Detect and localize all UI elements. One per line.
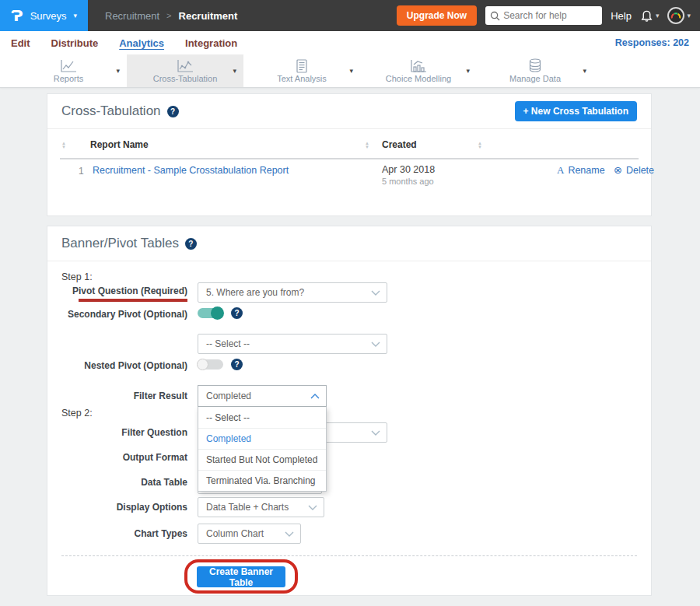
chevron-down-icon	[371, 342, 380, 347]
toolbar-item-reports[interactable]: Reports ▾	[10, 54, 127, 87]
database-icon	[528, 58, 542, 73]
upgrade-now-button[interactable]: Upgrade Now	[397, 5, 477, 26]
questionpro-logo-icon: Ɂ	[11, 8, 23, 23]
help-icon[interactable]: ?	[231, 359, 243, 370]
scatter-chart-icon	[176, 59, 194, 73]
caret-down-icon[interactable]: ▾	[349, 67, 353, 75]
responses-count[interactable]: Responses: 202	[615, 37, 689, 48]
toolbar-item-label: Choice Modelling	[386, 74, 451, 83]
delete-label: Delete	[626, 165, 654, 176]
topbar-right: Upgrade Now Help ▾ ▾	[397, 5, 700, 26]
new-cross-tabulation-button[interactable]: + New Cross Tabulation	[515, 101, 637, 121]
caret-down-icon: ▾	[74, 12, 78, 19]
annotation-underline	[79, 299, 187, 302]
caret-down-icon[interactable]: ▾	[583, 67, 586, 75]
row-index: 1	[79, 166, 84, 177]
option-completed[interactable]: Completed	[198, 428, 326, 449]
breadcrumb-parent[interactable]: Recruitment	[105, 10, 159, 22]
notifications-button[interactable]: ▾	[640, 9, 660, 23]
chevron-down-icon	[285, 531, 294, 537]
delete-button[interactable]: ⊗ Delete	[614, 164, 654, 176]
bell-icon	[640, 9, 653, 23]
option-select[interactable]: -- Select --	[198, 407, 326, 428]
secondary-pivot-select[interactable]: -- Select --	[198, 334, 387, 354]
chart-types-value: Column Chart	[206, 528, 264, 539]
pivot-question-value: 5. Where are you from?	[206, 287, 304, 298]
survey-nav: Edit Distribute Analytics Integration Re…	[0, 31, 700, 54]
rename-label: Rename	[568, 165, 604, 176]
dashed-divider	[61, 555, 637, 556]
toolbar-item-text-analysis[interactable]: Text Analysis ▾	[243, 54, 360, 87]
filter-question-label: Filter Question	[47, 427, 187, 438]
display-options-label: Display Options	[47, 502, 187, 513]
tab-analytics[interactable]: Analytics	[119, 37, 164, 49]
sort-icon[interactable]: ▲▼	[478, 142, 482, 149]
banner-pivot-header: Banner/Pivot Tables ?	[47, 226, 651, 261]
secondary-pivot-label: Secondary Pivot (Optional)	[47, 309, 187, 320]
line-chart-icon	[59, 59, 78, 73]
help-icon[interactable]: ?	[185, 238, 197, 250]
pivot-question-select[interactable]: 5. Where are you from?	[198, 282, 387, 303]
chart-types-label: Chart Types	[47, 528, 187, 539]
filter-result-select[interactable]: Completed	[198, 385, 327, 407]
caret-down-icon[interactable]: ▾	[116, 67, 120, 75]
help-icon[interactable]: ?	[231, 307, 243, 319]
table-header-divider	[60, 158, 639, 159]
tab-distribute[interactable]: Distribute	[51, 37, 99, 49]
toolbar-item-label: Reports	[54, 74, 84, 83]
caret-down-icon[interactable]: ▾	[233, 67, 236, 75]
toggle-knob	[211, 307, 224, 320]
caret-down-icon: ▾	[687, 12, 691, 19]
topbar: Ɂ Surveys ▾ Recruitment > Recruitment Up…	[0, 0, 700, 31]
filter-result-value: Completed	[206, 391, 251, 401]
breadcrumb: Recruitment > Recruitment	[105, 10, 237, 22]
step2-label: Step 2:	[61, 408, 93, 419]
secondary-pivot-value: -- Select --	[206, 338, 250, 349]
banner-pivot-title: Banner/Pivot Tables	[61, 236, 179, 251]
toolbar-item-choice-modelling[interactable]: Choice Modelling ▾	[360, 54, 477, 87]
nested-pivot-toggle[interactable]	[198, 359, 223, 370]
caret-down-icon[interactable]: ▾	[466, 67, 470, 75]
pivot-question-label: Pivot Question (Required)	[47, 285, 187, 296]
toolbar-item-label: Cross-Tabulation	[153, 74, 218, 83]
help-search-input[interactable]	[503, 10, 597, 21]
secondary-pivot-toggle[interactable]	[198, 308, 223, 318]
document-icon	[295, 59, 309, 73]
rename-button[interactable]: A Rename	[557, 164, 605, 177]
report-link[interactable]: Recruitment - Sample Crosstabulation Rep…	[93, 165, 289, 176]
analytics-toolbar: Reports ▾ Cross-Tabulation ▾ Text Analys…	[0, 54, 700, 88]
help-icon[interactable]: ?	[167, 106, 179, 117]
tab-integration[interactable]: Integration	[185, 37, 237, 49]
sort-icon[interactable]: ▲▼	[365, 142, 369, 149]
bar-line-chart-icon	[409, 59, 428, 73]
cross-tabulation-header: Cross-Tabulation ? + New Cross Tabulatio…	[47, 94, 651, 129]
surveys-menu[interactable]: Ɂ Surveys ▾	[0, 0, 88, 31]
toolbar-item-cross-tabulation[interactable]: Cross-Tabulation ▾	[127, 54, 243, 87]
column-header-created[interactable]: Created	[382, 139, 417, 150]
output-format-label: Output Format	[47, 452, 187, 463]
display-options-select[interactable]: Data Table + Charts	[198, 497, 324, 517]
tab-edit[interactable]: Edit	[11, 37, 30, 49]
column-header-report-name[interactable]: Report Name	[90, 139, 149, 150]
avatar	[667, 7, 684, 24]
banner-pivot-card: Banner/Pivot Tables ? Step 1: Pivot Ques…	[47, 226, 652, 596]
created-ago: 5 months ago	[382, 177, 434, 186]
filter-result-combo: Completed -- Select -- Completed Started…	[198, 385, 327, 492]
caret-down-icon: ▾	[656, 12, 660, 19]
option-started-not-completed[interactable]: Started But Not Completed	[198, 449, 326, 470]
create-banner-table-button[interactable]: Create Banner Table	[197, 566, 285, 587]
surveys-menu-label: Surveys	[30, 10, 67, 22]
help-link[interactable]: Help	[611, 10, 632, 22]
sort-icon[interactable]: ▲▼	[61, 142, 66, 149]
account-menu[interactable]: ▾	[667, 7, 691, 24]
chevron-down-icon	[371, 290, 380, 296]
chevron-down-icon	[308, 505, 317, 510]
chart-types-select[interactable]: Column Chart	[198, 524, 301, 544]
step1-label: Step 1:	[61, 271, 93, 282]
toggle-knob	[197, 359, 208, 370]
toolbar-item-manage-data[interactable]: Manage Data ▾	[477, 54, 593, 87]
page: Ɂ Surveys ▾ Recruitment > Recruitment Up…	[0, 0, 700, 606]
breadcrumb-current: Recruitment	[179, 10, 238, 22]
toolbar-item-label: Manage Data	[509, 74, 561, 83]
option-terminated-branching[interactable]: Terminated Via. Branching	[198, 470, 326, 491]
